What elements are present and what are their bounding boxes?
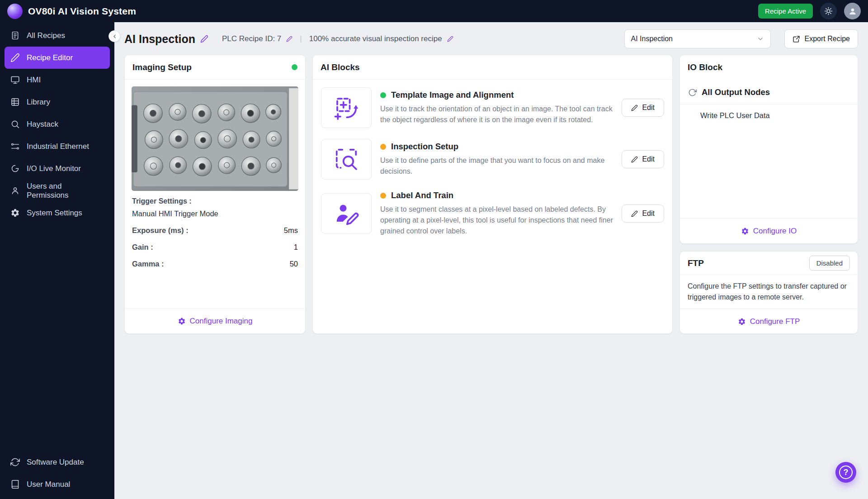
edit-template-alignment-button[interactable]: Edit bbox=[622, 99, 664, 117]
right-column: IO Block All Output Nodes Write PLC User… bbox=[679, 55, 858, 334]
sidebar-collapse-button[interactable] bbox=[108, 30, 120, 42]
sidebar-item-haystack[interactable]: Haystack bbox=[5, 113, 110, 135]
block-title: Label And Train bbox=[391, 190, 453, 200]
monitor-icon bbox=[10, 75, 20, 85]
ftp-card-footer: Configure FTP bbox=[680, 309, 858, 334]
edit-description-icon[interactable] bbox=[447, 36, 453, 42]
io-monitor-icon bbox=[10, 164, 20, 173]
exposure-value: 5ms bbox=[284, 226, 298, 235]
sidebar-item-label: Recipe Editor bbox=[27, 53, 73, 62]
edit-label-and-train-button[interactable]: Edit bbox=[622, 204, 664, 223]
ai-blocks-list: Template Image and Alignment Use it to t… bbox=[313, 80, 672, 244]
gear-icon bbox=[741, 227, 749, 235]
all-output-nodes-label: All Output Nodes bbox=[702, 87, 770, 97]
refresh-icon bbox=[10, 457, 20, 467]
sidebar-item-software-update[interactable]: Software Update bbox=[5, 451, 110, 473]
trigger-settings-label: Trigger Settings : bbox=[132, 197, 298, 205]
help-button[interactable]: ? bbox=[835, 462, 856, 483]
sidebar-item-label: Library bbox=[27, 98, 50, 107]
gear-icon bbox=[178, 317, 186, 325]
pen-icon bbox=[631, 105, 638, 111]
search-icon bbox=[10, 119, 20, 129]
recipe-active-badge: Recipe Active bbox=[758, 4, 813, 19]
person-icon bbox=[848, 7, 857, 16]
gain-value: 1 bbox=[294, 243, 298, 252]
ftp-header: FTP Disabled bbox=[680, 252, 858, 275]
sidebar-item-hmi[interactable]: HMI bbox=[5, 69, 110, 91]
gain-label: Gain : bbox=[132, 243, 153, 252]
io-block-header: IO Block bbox=[680, 55, 858, 80]
imaging-setup-header: Imaging Setup bbox=[125, 55, 305, 80]
circular-arrow-icon bbox=[688, 88, 697, 97]
edit-inspection-setup-button[interactable]: Edit bbox=[622, 150, 664, 168]
book-icon bbox=[10, 480, 20, 489]
plc-recipe-id: PLC Recipe ID: 7 bbox=[222, 34, 281, 43]
ftp-card: FTP Disabled Configure the FTP settings … bbox=[679, 251, 858, 334]
export-icon bbox=[793, 35, 800, 43]
io-block-card: IO Block All Output Nodes Write PLC User… bbox=[679, 55, 858, 244]
ai-block-template-alignment: Template Image and Alignment Use it to t… bbox=[321, 87, 664, 128]
block-body: Inspection Setup Use it to define parts … bbox=[380, 142, 613, 177]
ethernet-icon bbox=[10, 142, 20, 151]
gamma-value: 50 bbox=[290, 260, 298, 268]
page-title: AI Inspection bbox=[124, 33, 195, 46]
app-root: OV80i AI Vision System Recipe Active bbox=[0, 0, 868, 499]
configure-ftp-button[interactable]: Configure FTP bbox=[735, 317, 803, 327]
ai-block-inspection-setup: Inspection Setup Use it to define parts … bbox=[321, 139, 664, 180]
io-card-footer: Configure IO bbox=[680, 218, 858, 243]
chevron-down-icon bbox=[757, 35, 764, 43]
imaging-card-footer: Configure Imaging bbox=[125, 308, 305, 333]
theme-toggle-button[interactable] bbox=[820, 3, 837, 19]
edit-button-label: Edit bbox=[642, 155, 655, 163]
trigger-settings-value: Manual HMI Trigger Mode bbox=[132, 209, 298, 218]
io-block-title: IO Block bbox=[688, 62, 722, 72]
inspection-setup-icon bbox=[321, 139, 372, 180]
sidebar-item-all-recipes[interactable]: All Recipes bbox=[5, 24, 110, 47]
configure-io-label: Configure IO bbox=[753, 227, 797, 236]
sidebar-item-label: Software Update bbox=[27, 458, 84, 467]
recipe-select-value: AI Inspection bbox=[631, 35, 673, 43]
chevron-left-icon bbox=[112, 33, 118, 39]
sidebar-item-system-settings[interactable]: System Settings bbox=[5, 202, 110, 224]
gamma-row: Gamma : 50 bbox=[132, 260, 298, 268]
recipes-icon bbox=[10, 31, 20, 40]
gain-row: Gain : 1 bbox=[132, 243, 298, 252]
ftp-description: Configure the FTP settings to transfer c… bbox=[680, 275, 858, 309]
sidebar-item-industrial-ethernet[interactable]: Industrial Ethernet bbox=[5, 135, 110, 157]
grid-icon bbox=[10, 97, 20, 107]
sidebar-item-io-live-monitor[interactable]: I/O Live Monitor bbox=[5, 157, 110, 180]
sidebar-item-user-manual[interactable]: User Manual bbox=[5, 473, 110, 495]
imaging-setup-card: Imaging Setup bbox=[124, 55, 306, 334]
configure-imaging-label: Configure Imaging bbox=[190, 317, 253, 326]
recipe-select[interactable]: AI Inspection bbox=[624, 29, 771, 48]
block-status-dot bbox=[380, 193, 386, 199]
sidebar-item-label: HMI bbox=[27, 76, 41, 85]
user-avatar[interactable] bbox=[844, 3, 861, 19]
block-status-dot bbox=[380, 92, 386, 98]
block-body: Label And Train Use it to segment classe… bbox=[380, 190, 613, 237]
sidebar-item-users-permissions[interactable]: Users and Permissions bbox=[5, 180, 110, 202]
ai-block-label-and-train: Label And Train Use it to segment classe… bbox=[321, 190, 664, 237]
output-node-item[interactable]: Write PLC User Data bbox=[680, 105, 858, 120]
edit-plc-id-icon[interactable] bbox=[286, 36, 292, 42]
edit-title-icon[interactable] bbox=[200, 35, 208, 43]
configure-imaging-button[interactable]: Configure Imaging bbox=[175, 316, 255, 326]
sidebar-item-recipe-editor[interactable]: Recipe Editor bbox=[5, 47, 110, 69]
block-title: Template Image and Alignment bbox=[391, 90, 514, 100]
all-output-nodes-row: All Output Nodes bbox=[680, 80, 858, 105]
main-content: AI Inspection PLC Recipe ID: 7 | 100% ac… bbox=[114, 22, 868, 499]
question-mark-icon: ? bbox=[839, 466, 853, 479]
configure-io-button[interactable]: Configure IO bbox=[738, 226, 799, 236]
sidebar-item-library[interactable]: Library bbox=[5, 91, 110, 113]
pen-icon bbox=[631, 156, 638, 163]
sidebar-item-label: Haystack bbox=[27, 120, 58, 129]
block-title: Inspection Setup bbox=[391, 142, 458, 152]
block-description: Use it to segment classes at a pixel-lev… bbox=[380, 204, 613, 237]
recipe-header: AI Inspection PLC Recipe ID: 7 | 100% ac… bbox=[124, 29, 858, 49]
block-description: Use it to track the orientation of an ob… bbox=[380, 104, 613, 125]
sun-icon bbox=[824, 7, 833, 15]
sidebar-item-label: All Recipes bbox=[27, 31, 65, 40]
exposure-label: Exposure (ms) : bbox=[132, 226, 189, 235]
export-recipe-button[interactable]: Export Recipe bbox=[784, 29, 859, 48]
sidebar: All Recipes Recipe Editor HMI bbox=[0, 22, 114, 499]
